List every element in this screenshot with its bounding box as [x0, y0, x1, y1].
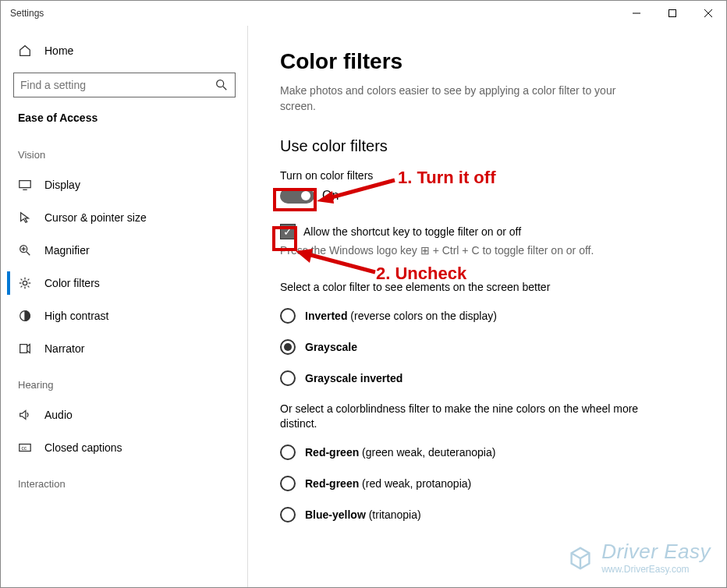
radio-grayscale-inverted[interactable]: Grayscale inverted: [280, 370, 695, 386]
sidebar-item-display[interactable]: Display: [10, 168, 239, 201]
colorfilters-icon: [18, 276, 32, 290]
radio-paren: (green weak, deuteranopia): [359, 446, 495, 459]
audio-icon: [18, 408, 32, 422]
svg-line-5: [223, 87, 227, 90]
svg-rect-1: [669, 10, 676, 17]
sidebar-scrollbar[interactable]: [247, 26, 248, 587]
radio-deuteranopia[interactable]: Red-green (green weak, deuteranopia): [280, 445, 695, 460]
radio-paren: (red weak, protanopia): [359, 477, 471, 490]
sidebar-item-label: Closed captions: [44, 441, 122, 454]
section-use-color-filters: Use color filters: [280, 137, 695, 155]
radio-paren: (tritanopia): [366, 508, 421, 521]
radio-grayscale[interactable]: Grayscale: [280, 339, 695, 355]
toggle-state: On: [322, 189, 339, 203]
close-button[interactable]: [690, 1, 726, 26]
svg-rect-6: [20, 181, 30, 188]
maximize-button[interactable]: [654, 1, 690, 26]
svg-text:cc: cc: [22, 445, 27, 451]
page-subtitle: Make photos and colors easier to see by …: [280, 83, 623, 114]
select-filter-label: Select a color filter to see elements on…: [280, 280, 639, 296]
radio-label: Blue-yellow: [305, 508, 366, 521]
svg-line-18: [28, 286, 30, 288]
svg-point-12: [23, 281, 27, 285]
shortcut-checkbox[interactable]: ✓: [280, 224, 296, 239]
cursor-icon: [18, 211, 32, 225]
sidebar-item-label: High contrast: [44, 310, 108, 322]
sidebar-item-label: Cursor & pointer size: [44, 211, 147, 224]
radio-label: Grayscale: [305, 341, 357, 353]
home-icon: [18, 44, 32, 58]
svg-line-19: [21, 286, 23, 288]
svg-rect-22: [20, 345, 27, 353]
shortcut-hint: Press the Windows logo key ⊞ + Ctrl + C …: [280, 244, 695, 257]
radio-label: Grayscale inverted: [305, 372, 403, 384]
group-interaction-label: Interaction: [10, 464, 239, 498]
sidebar-item-closedcaptions[interactable]: cc Closed captions: [10, 431, 239, 464]
watermark-title: Driver Easy: [601, 540, 711, 564]
magnifier-icon: [18, 243, 32, 257]
radio-tritanopia[interactable]: Blue-yellow (tritanopia): [280, 507, 695, 522]
sidebar-item-label: Narrator: [44, 342, 84, 355]
main-content: Color filters Make photos and colors eas…: [249, 26, 726, 587]
page-title: Color filters: [280, 49, 695, 74]
sidebar-item-colorfilters[interactable]: Color filters: [10, 267, 239, 299]
radio-label: Red-green: [305, 446, 359, 459]
narrator-icon: [18, 342, 32, 356]
toggle-label: Turn on color filters: [280, 169, 695, 182]
radio-protanopia[interactable]: Red-green (red weak, protanopia): [280, 476, 695, 491]
sidebar-item-narrator[interactable]: Narrator: [10, 332, 239, 365]
radio-paren: (reverse colors on the display): [347, 310, 496, 322]
sidebar-item-label: Color filters: [44, 277, 100, 289]
group-hearing-label: Hearing: [10, 365, 239, 398]
group-vision-label: Vision: [10, 135, 239, 168]
colorblind-label: Or select a colorblindness filter to mak…: [280, 402, 639, 432]
sidebar-item-cursor[interactable]: Cursor & pointer size: [10, 201, 239, 234]
svg-line-17: [21, 279, 23, 281]
titlebar: Settings: [1, 1, 726, 26]
closedcaptions-icon: cc: [18, 441, 32, 455]
window-title: Settings: [10, 8, 44, 19]
radio-label: Red-green: [305, 477, 359, 490]
sidebar-home[interactable]: Home: [10, 35, 239, 66]
watermark-logo-icon: [566, 543, 595, 572]
search-box[interactable]: [13, 73, 236, 97]
sidebar-item-magnifier[interactable]: Magnifier: [10, 234, 239, 267]
sidebar: Home Ease of Access Vision Display Curso…: [1, 26, 249, 587]
search-icon: [215, 78, 229, 92]
radio-inverted[interactable]: Inverted (reverse colors on the display): [280, 308, 695, 324]
highcontrast-icon: [18, 309, 32, 323]
display-icon: [18, 178, 32, 192]
svg-line-9: [27, 252, 30, 256]
sidebar-home-label: Home: [44, 44, 73, 57]
watermark-url: www.DriverEasy.com: [601, 564, 711, 575]
sidebar-item-label: Magnifier: [44, 244, 90, 257]
svg-line-20: [28, 279, 30, 281]
sidebar-item-audio[interactable]: Audio: [10, 398, 239, 431]
svg-point-4: [217, 80, 224, 87]
checkbox-label: Allow the shortcut key to toggle filter …: [303, 225, 521, 238]
window-controls: [619, 1, 726, 26]
minimize-button[interactable]: [619, 1, 654, 26]
radio-label: Inverted: [305, 310, 347, 322]
color-filters-toggle[interactable]: [280, 188, 314, 204]
search-input[interactable]: [20, 79, 215, 91]
watermark: Driver Easy www.DriverEasy.com: [566, 540, 711, 575]
sidebar-item-highcontrast[interactable]: High contrast: [10, 299, 239, 332]
sidebar-category: Ease of Access: [10, 112, 239, 135]
sidebar-item-label: Audio: [44, 409, 73, 421]
sidebar-item-label: Display: [44, 179, 80, 191]
